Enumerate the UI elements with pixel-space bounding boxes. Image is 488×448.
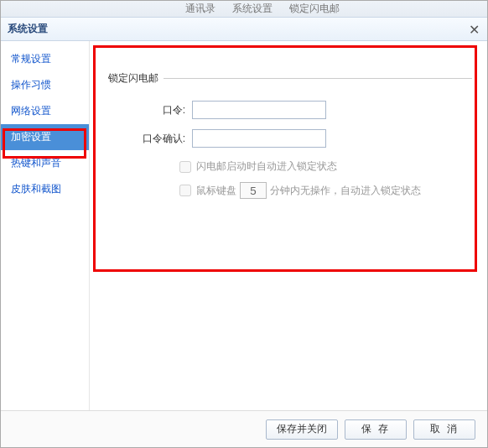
close-icon[interactable]: ✕ xyxy=(465,21,482,38)
settings-window: 通讯录 系统设置 锁定闪电邮 系统设置 ✕ 常规设置 操作习惯 网络设置 加密设… xyxy=(0,0,488,448)
sidebar-item-hotkey[interactable]: 热键和声音 xyxy=(1,150,89,176)
sidebar: 常规设置 操作习惯 网络设置 加密设置 热键和声音 皮肤和截图 xyxy=(1,41,90,410)
autolock-startup-label: 闪电邮启动时自动进入锁定状态 xyxy=(196,159,337,174)
top-tabs-bar: 通讯录 系统设置 锁定闪电邮 xyxy=(1,1,487,18)
sidebar-item-general[interactable]: 常规设置 xyxy=(1,46,89,72)
sidebar-item-network[interactable]: 网络设置 xyxy=(1,98,89,124)
cancel-button[interactable]: 取 消 xyxy=(413,419,475,440)
sidebar-item-skin[interactable]: 皮肤和截图 xyxy=(1,176,89,202)
password-input[interactable] xyxy=(192,101,326,119)
footer: 保存并关闭 保 存 取 消 xyxy=(1,410,487,447)
confirm-row: 口令确认: xyxy=(108,129,472,148)
top-tab[interactable]: 锁定闪电邮 xyxy=(289,2,340,16)
legend-line xyxy=(164,78,472,79)
save-button[interactable]: 保 存 xyxy=(345,419,407,440)
idle-minutes-input[interactable] xyxy=(240,182,267,199)
confirm-label: 口令确认: xyxy=(108,132,192,146)
password-label: 口令: xyxy=(108,103,192,117)
autolock-idle-suffix: 分钟内无操作，自动进入锁定状态 xyxy=(270,184,421,198)
autolock-idle-checkbox[interactable] xyxy=(179,185,191,196)
password-row: 口令: xyxy=(108,101,472,119)
section-legend: 锁定闪电邮 xyxy=(108,71,164,86)
confirm-input[interactable] xyxy=(192,129,326,148)
section-legend-row: 锁定闪电邮 xyxy=(108,71,472,86)
autolock-idle-row: 鼠标键盘 分钟内无操作，自动进入锁定状态 xyxy=(179,182,472,199)
top-tab[interactable]: 系统设置 xyxy=(232,2,273,16)
top-tab[interactable]: 通讯录 xyxy=(185,2,215,16)
autolock-idle-prefix: 鼠标键盘 xyxy=(196,184,236,198)
autolock-startup-row: 闪电邮启动时自动进入锁定状态 xyxy=(179,159,472,174)
title-bar: 系统设置 ✕ xyxy=(1,18,487,41)
dialog-body: 常规设置 操作习惯 网络设置 加密设置 热键和声音 皮肤和截图 锁定闪电邮 口令… xyxy=(1,41,487,410)
autolock-startup-checkbox[interactable] xyxy=(179,161,191,173)
window-title: 系统设置 xyxy=(8,22,48,36)
save-close-button[interactable]: 保存并关闭 xyxy=(266,419,338,440)
sidebar-item-habit[interactable]: 操作习惯 xyxy=(1,72,89,98)
content-panel: 锁定闪电邮 口令: 口令确认: 闪电邮启动时自动进入锁定状态 xyxy=(90,41,487,410)
sidebar-item-encryption[interactable]: 加密设置 xyxy=(1,124,89,150)
lock-section: 锁定闪电邮 口令: 口令确认: 闪电邮启动时自动进入锁定状态 xyxy=(108,71,472,199)
